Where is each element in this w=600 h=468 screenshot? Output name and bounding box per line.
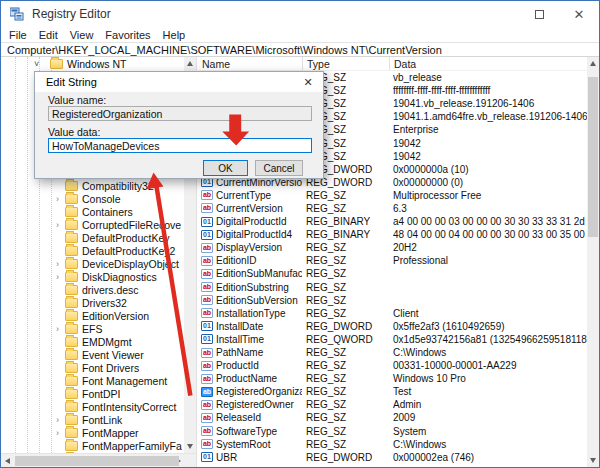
- tree-node[interactable]: › Event Viewer: [1, 348, 184, 361]
- chevron-collapsed-icon[interactable]: ›: [56, 324, 65, 334]
- menu-item[interactable]: Help: [157, 29, 192, 41]
- tree-items: › Compatibility32 › Console › Container: [1, 179, 184, 465]
- chevron-collapsed-icon[interactable]: ›: [56, 415, 65, 425]
- value-row[interactable]: ab DisplayVersion REG_SZ 20H2: [198, 241, 587, 254]
- tree-node[interactable]: › Console: [1, 192, 184, 205]
- tree-node[interactable]: › Containers: [1, 205, 184, 218]
- value-name-input[interactable]: RegisteredOrganization: [48, 106, 312, 121]
- close-button[interactable]: ✕: [559, 1, 599, 27]
- value-row[interactable]: ab RegisteredOrganization REG_SZ Test: [198, 385, 587, 398]
- scroll-up-icon[interactable]: [184, 57, 196, 70]
- tree-node[interactable]: › DefaultProductKey: [1, 231, 184, 244]
- value-type: REG_SZ: [302, 203, 389, 214]
- value-type-icon: ab: [201, 295, 213, 305]
- tree-node-label: Font Drivers: [82, 362, 139, 374]
- tree-node[interactable]: › Compatibility32: [1, 179, 184, 192]
- scroll-left-icon[interactable]: [1, 454, 13, 467]
- value-row[interactable]: ab CurrentVersion REG_SZ 6.3: [198, 202, 587, 215]
- tree-node[interactable]: › DiskDiagnostics: [1, 270, 184, 283]
- value-row[interactable]: ab SystemRoot REG_SZ C:\Windows: [198, 438, 587, 451]
- chevron-collapsed-icon[interactable]: ›: [56, 428, 65, 438]
- menu-item[interactable]: View: [64, 29, 100, 41]
- column-header-name[interactable]: Name: [198, 57, 302, 70]
- cancel-button[interactable]: Cancel: [255, 160, 303, 176]
- tree-node[interactable]: › drivers.desc: [1, 283, 184, 296]
- maximize-button[interactable]: [519, 1, 559, 27]
- value-type-icon: ab: [201, 426, 213, 436]
- value-data-input[interactable]: HowToManageDevices: [48, 138, 312, 153]
- tree-horizontal-scrollbar[interactable]: [1, 453, 196, 467]
- dialog-close-icon[interactable]: ✕: [293, 76, 323, 89]
- value-type: REG_DWORD: [302, 321, 389, 332]
- value-row[interactable]: 01 DigitalProductId4 REG_BINARY 48 04 00…: [198, 228, 587, 241]
- title-bar: Registry Editor ✕: [1, 1, 599, 27]
- list-vertical-scrollbar[interactable]: [587, 57, 599, 467]
- horizontal-scroll-thumb[interactable]: [15, 456, 179, 466]
- value-data: Windows 10 Pro: [389, 373, 587, 384]
- value-row[interactable]: ab RegisteredOwner REG_SZ Admin: [198, 398, 587, 411]
- value-data: Test: [389, 386, 587, 397]
- value-type-icon: 01: [201, 321, 213, 331]
- value-row[interactable]: ab ReleaseId REG_SZ 2009: [198, 411, 587, 424]
- scroll-up-icon[interactable]: [587, 57, 599, 70]
- tree-node-label: DeviceDisplayObject: [82, 258, 179, 270]
- folder-icon: [65, 389, 78, 399]
- value-row[interactable]: 01 InstallTime REG_QWORD 0x1d5e93742156a…: [198, 333, 587, 346]
- chevron-collapsed-icon[interactable]: ›: [56, 259, 65, 269]
- value-row[interactable]: 01 UBR REG_DWORD 0x000002ea (746): [198, 451, 587, 464]
- ok-button[interactable]: OK: [203, 160, 248, 176]
- chevron-collapsed-icon[interactable]: ›: [56, 220, 65, 230]
- value-row[interactable]: ab ProductName REG_SZ Windows 10 Pro: [198, 372, 587, 385]
- window-title: Registry Editor: [32, 7, 111, 21]
- scroll-down-icon[interactable]: [184, 440, 196, 453]
- value-row[interactable]: 01 InstallDate REG_DWORD 0x5ffe2af3 (161…: [198, 320, 587, 333]
- value-data: System: [389, 426, 587, 437]
- menu-item[interactable]: Favorites: [99, 29, 156, 41]
- menu-item[interactable]: File: [1, 29, 33, 41]
- value-name: EditionSubstring: [216, 282, 289, 293]
- value-type-icon: ab: [201, 269, 213, 279]
- tree-node[interactable]: › EMDMgmt: [1, 335, 184, 348]
- value-name: CurrentType: [216, 190, 271, 201]
- value-data: C:\Windows: [389, 347, 587, 358]
- value-row[interactable]: ab EditionSubVersion REG_SZ: [198, 294, 587, 307]
- value-type: REG_DWORD: [302, 452, 389, 463]
- chevron-expanded-icon[interactable]: ˅: [34, 59, 44, 69]
- tree-node[interactable]: › EditionVersion: [1, 309, 184, 322]
- value-type-icon: ab: [201, 439, 213, 449]
- tree-node[interactable]: › FontDPI: [1, 387, 184, 400]
- column-header-type[interactable]: Type: [302, 57, 389, 70]
- tree-node[interactable]: › Font Drivers: [1, 361, 184, 374]
- value-row[interactable]: ab SoftwareType REG_SZ System: [198, 425, 587, 438]
- tree-node[interactable]: › FontLink: [1, 413, 184, 426]
- value-row[interactable]: ab EditionID REG_SZ Professional: [198, 254, 587, 267]
- value-row[interactable]: ab CurrentType REG_SZ Multiprocessor Fre…: [198, 189, 587, 202]
- value-row[interactable]: ab EditionSubstring REG_SZ: [198, 281, 587, 294]
- tree-node[interactable]: › EFS: [1, 322, 184, 335]
- value-data: 48 04 00 00 04 00 00 00 30 00 33 00 35 0…: [389, 229, 587, 240]
- tree-node[interactable]: › FontMapperFamilyFa: [1, 439, 184, 452]
- tree-node-windows-nt[interactable]: ˅ Windows NT: [1, 57, 127, 71]
- value-row[interactable]: ab PathName REG_SZ C:\Windows: [198, 346, 587, 359]
- value-name: ReleaseId: [216, 412, 261, 423]
- value-row[interactable]: ab ProductId REG_SZ 00331-10000-00001-AA…: [198, 359, 587, 372]
- column-header-data[interactable]: Data: [389, 57, 587, 70]
- address-bar[interactable]: Computer\HKEY_LOCAL_MACHINE\SOFTWARE\Mic…: [1, 42, 599, 57]
- menu-item[interactable]: Edit: [33, 29, 64, 41]
- value-type-icon: 01: [201, 334, 213, 344]
- tree-node[interactable]: › DeviceDisplayObject: [1, 257, 184, 270]
- vertical-scroll-thumb[interactable]: [588, 77, 598, 237]
- value-row[interactable]: ab InstallationType REG_SZ Client: [198, 307, 587, 320]
- tree-node[interactable]: › DefaultProductKey2: [1, 244, 184, 257]
- chevron-collapsed-icon[interactable]: ›: [56, 272, 65, 282]
- tree-node[interactable]: › FontMapper: [1, 426, 184, 439]
- value-row[interactable]: ab EditionSubManufacturer REG_SZ: [198, 267, 587, 280]
- tree-node[interactable]: › Font Management: [1, 374, 184, 387]
- value-row[interactable]: 01 DigitalProductId REG_BINARY a4 00 00 …: [198, 215, 587, 228]
- value-type: REG_SZ: [302, 386, 389, 397]
- chevron-collapsed-icon[interactable]: ›: [56, 194, 65, 204]
- tree-node[interactable]: › FontIntensityCorrect: [1, 400, 184, 413]
- scroll-down-icon[interactable]: [587, 454, 599, 467]
- tree-node[interactable]: › CorruptedFileRecove: [1, 218, 184, 231]
- tree-node[interactable]: › Drivers32: [1, 296, 184, 309]
